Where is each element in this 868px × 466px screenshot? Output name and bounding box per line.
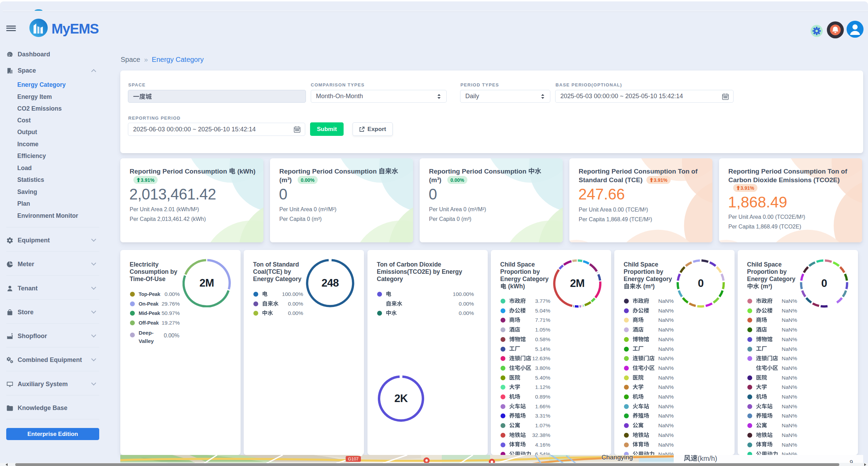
svg-text:G107: G107	[348, 457, 359, 462]
